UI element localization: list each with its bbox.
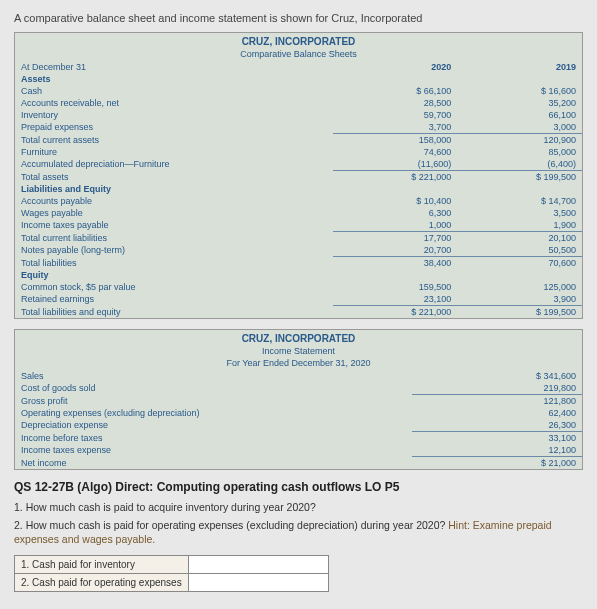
row-label: Furniture	[15, 146, 333, 158]
row-label: Common stock, $5 par value	[15, 281, 333, 293]
row-val: 3,000	[457, 121, 582, 134]
row-val: 1,000	[333, 219, 458, 232]
bs-at: At December 31	[15, 61, 333, 73]
row-val: 12,100	[412, 444, 582, 457]
bs-eq-h: Equity	[15, 269, 333, 281]
answer-row-1-label: 1. Cash paid for inventory	[15, 555, 189, 573]
row-val: 125,000	[457, 281, 582, 293]
question-2-text: 2. How much cash is paid for operating e…	[14, 519, 448, 531]
row-val: 59,700	[333, 109, 458, 121]
row-val: 159,500	[333, 281, 458, 293]
row-val: 120,900	[457, 134, 582, 147]
row-label: Depreciation expense	[15, 419, 412, 432]
row-val: 33,100	[412, 432, 582, 445]
row-val: 17,700	[333, 232, 458, 245]
answer-table: 1. Cash paid for inventory 2. Cash paid …	[14, 555, 329, 592]
row-val: 20,700	[333, 244, 458, 257]
row-val: 6,300	[333, 207, 458, 219]
row-val: 3,500	[457, 207, 582, 219]
row-label: Total liabilities and equity	[15, 306, 333, 319]
row-val: $ 14,700	[457, 195, 582, 207]
row-label: Total current assets	[15, 134, 333, 147]
row-label: Cash	[15, 85, 333, 97]
bs-table: At December 31 2020 2019 Assets Cash$ 66…	[15, 61, 582, 318]
question-1: 1. How much cash is paid to acquire inve…	[14, 500, 583, 514]
row-val: 158,000	[333, 134, 458, 147]
row-val: $ 21,000	[412, 457, 582, 470]
row-val: $ 221,000	[333, 306, 458, 319]
row-val: 66,100	[457, 109, 582, 121]
row-val: $ 199,500	[457, 171, 582, 184]
row-label: Prepaid expenses	[15, 121, 333, 134]
answer-1-input[interactable]	[195, 559, 322, 570]
row-val: 74,600	[333, 146, 458, 158]
row-val: $ 341,600	[412, 370, 582, 382]
row-val: 26,300	[412, 419, 582, 432]
bs-company: CRUZ, INCORPORATED	[15, 33, 582, 49]
row-label: Total assets	[15, 171, 333, 184]
row-label: Income taxes payable	[15, 219, 333, 232]
row-val: $ 199,500	[457, 306, 582, 319]
row-val: 219,800	[412, 382, 582, 395]
is-sub2: For Year Ended December 31, 2020	[15, 358, 582, 370]
row-label: Accounts payable	[15, 195, 333, 207]
row-label: Sales	[15, 370, 412, 382]
row-val: $ 16,600	[457, 85, 582, 97]
row-val: 70,600	[457, 257, 582, 270]
row-val: 50,500	[457, 244, 582, 257]
is-table: Sales$ 341,600 Cost of goods sold219,800…	[15, 370, 582, 469]
answer-row-2-label: 2. Cash paid for operating expenses	[15, 573, 189, 591]
row-label: Accumulated depreciation—Furniture	[15, 158, 333, 171]
row-label: Accounts receivable, net	[15, 97, 333, 109]
row-label: Gross profit	[15, 395, 412, 408]
row-label: Inventory	[15, 109, 333, 121]
question-heading: QS 12-27B (Algo) Direct: Computing opera…	[14, 480, 583, 494]
row-val: 85,000	[457, 146, 582, 158]
row-val: 38,400	[333, 257, 458, 270]
is-sub1: Income Statement	[15, 346, 582, 358]
row-label: Notes payable (long-term)	[15, 244, 333, 257]
row-val: 3,900	[457, 293, 582, 306]
row-val: $ 66,100	[333, 85, 458, 97]
income-statement: CRUZ, INCORPORATED Income Statement For …	[14, 329, 583, 470]
row-label: Operating expenses (excluding depreciati…	[15, 407, 412, 419]
row-label: Income taxes expense	[15, 444, 412, 457]
question-2: 2. How much cash is paid for operating e…	[14, 518, 583, 546]
balance-sheet: CRUZ, INCORPORATED Comparative Balance S…	[14, 32, 583, 319]
bs-subtitle: Comparative Balance Sheets	[15, 49, 582, 61]
row-label: Retained earnings	[15, 293, 333, 306]
row-label: Income before taxes	[15, 432, 412, 445]
bs-liab-h: Liabilities and Equity	[15, 183, 333, 195]
page-intro: A comparative balance sheet and income s…	[14, 12, 583, 24]
bs-assets-h: Assets	[15, 73, 333, 85]
row-label: Wages payable	[15, 207, 333, 219]
row-val: (11,600)	[333, 158, 458, 171]
answer-2-input[interactable]	[195, 577, 322, 588]
row-label: Total liabilities	[15, 257, 333, 270]
row-val: 1,900	[457, 219, 582, 232]
row-label: Net income	[15, 457, 412, 470]
row-val: 23,100	[333, 293, 458, 306]
row-val: $ 221,000	[333, 171, 458, 184]
is-company: CRUZ, INCORPORATED	[15, 330, 582, 346]
row-label: Total current liabilities	[15, 232, 333, 245]
bs-year1: 2020	[333, 61, 458, 73]
row-val: $ 10,400	[333, 195, 458, 207]
bs-year2: 2019	[457, 61, 582, 73]
row-val: 62,400	[412, 407, 582, 419]
row-label: Cost of goods sold	[15, 382, 412, 395]
row-val: (6,400)	[457, 158, 582, 171]
row-val: 20,100	[457, 232, 582, 245]
row-val: 35,200	[457, 97, 582, 109]
row-val: 121,800	[412, 395, 582, 408]
row-val: 28,500	[333, 97, 458, 109]
row-val: 3,700	[333, 121, 458, 134]
